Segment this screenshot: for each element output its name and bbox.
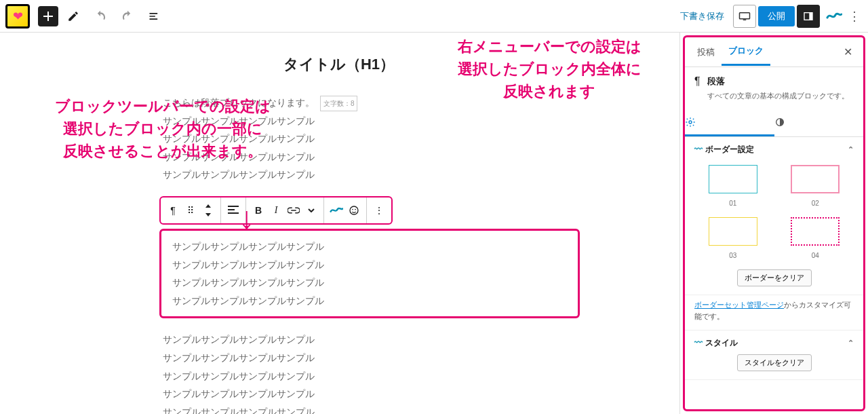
editor-canvas: タイトル（H1） こちらは段落ブロックになります。 文字数：8 サンプルサンプル… (0, 33, 678, 414)
chevron-down-icon (308, 208, 315, 212)
publish-button[interactable]: 公開 (758, 6, 795, 26)
block-desc-label: すべての文章の基本の構成ブロックです。 (707, 90, 849, 102)
block-toolbar: ¶ ⠿ B I (159, 196, 393, 225)
edit-mode-button[interactable] (61, 4, 85, 29)
tab-block[interactable]: ブロック (722, 38, 770, 66)
svg-rect-0 (740, 12, 750, 18)
sidebar-subtabs (685, 110, 863, 137)
block-name-label: 段落 (707, 76, 725, 86)
settings-sidebar-toggle[interactable] (797, 5, 820, 28)
chevron-up-icon: ⌃ (848, 145, 854, 154)
paragraph-icon[interactable]: ¶ (166, 204, 180, 217)
section-border: 〰ボーダー設定 ⌃ 01 02 03 04 ボーダーをクリア (685, 137, 863, 295)
paragraph-block[interactable]: サンプルサンプルサンプルサンプル サンプルサンプルサンプルサンプル サンプルサン… (27, 331, 651, 414)
close-sidebar-button[interactable]: ✕ (838, 43, 858, 61)
display-icon (738, 12, 751, 21)
add-block-button[interactable] (38, 6, 58, 26)
paragraph-block[interactable]: こちらは段落ブロックになります。 文字数：8 サンプルサンプルサンプルサンプル … (27, 94, 651, 184)
more-options-button[interactable]: ⋮ (846, 9, 863, 24)
svg-point-4 (352, 209, 353, 210)
theme-style-button[interactable] (330, 204, 343, 217)
block-more-options[interactable]: ⋮ (372, 204, 386, 217)
theme-plugin-icon[interactable] (824, 6, 844, 26)
border-manage-note: ボーダーセット管理ページからカスタマイズ可能です。 (685, 295, 863, 331)
char-count-badge: 文字数：8 (320, 96, 358, 111)
clear-style-button[interactable]: スタイルをクリア (737, 354, 812, 371)
align-button[interactable] (226, 204, 240, 217)
drag-handle-icon[interactable]: ⠿ (184, 204, 197, 217)
gear-icon (685, 117, 696, 128)
document-outline-button[interactable] (142, 4, 167, 29)
contrast-icon (774, 117, 785, 128)
move-icon[interactable] (201, 204, 215, 217)
wave-icon: 〰 (694, 145, 703, 154)
paragraph-icon: ¶ (694, 75, 701, 102)
kebab-icon: ⋮ (848, 10, 861, 23)
link-button[interactable] (287, 204, 300, 217)
dropdown-more-format[interactable] (304, 204, 318, 217)
redo-icon (121, 10, 134, 23)
border-option-03[interactable]: 03 (701, 217, 765, 260)
wave-icon (330, 206, 343, 215)
preview-button[interactable] (733, 5, 756, 28)
border-manage-link[interactable]: ボーダーセット管理ページ (694, 301, 784, 309)
undo-icon (94, 10, 107, 23)
smile-icon (349, 205, 359, 216)
wave-icon (826, 11, 842, 22)
svg-rect-2 (809, 12, 812, 20)
subtab-styles[interactable] (774, 110, 864, 136)
block-summary: ¶ 段落 すべての文章の基本の構成ブロックです。 (685, 67, 863, 105)
sidebar-tabs: 投稿 ブロック ✕ (685, 37, 863, 67)
section-border-toggle[interactable]: 〰ボーダー設定 ⌃ (694, 144, 854, 155)
sidebar-icon (803, 11, 814, 22)
redo-button[interactable] (115, 4, 140, 29)
save-draft-button[interactable]: 下書き保存 (673, 6, 731, 26)
plus-icon (43, 11, 54, 22)
wave-icon: 〰 (694, 338, 703, 347)
tab-post[interactable]: 投稿 (690, 39, 722, 65)
post-title[interactable]: タイトル（H1） (27, 54, 651, 75)
settings-sidebar: 投稿 ブロック ✕ ¶ 段落 すべての文章の基本の構成ブロックです。 〰ボーダー… (679, 33, 868, 414)
svg-point-6 (689, 121, 692, 124)
site-logo[interactable]: ❤ (5, 4, 30, 29)
pencil-icon (67, 10, 79, 22)
emoji-button[interactable] (347, 204, 361, 217)
border-option-01[interactable]: 01 (701, 165, 765, 208)
close-icon: ✕ (844, 46, 852, 58)
clear-border-button[interactable]: ボーダーをクリア (737, 269, 812, 286)
heart-icon: ❤ (13, 9, 23, 24)
section-style: 〰スタイル ⌃ スタイルをクリア (685, 331, 863, 380)
selected-paragraph-block[interactable]: サンプルサンプルサンプルサンプル サンプルサンプルサンプルサンプル サンプルサン… (159, 229, 580, 318)
bold-button[interactable]: B (252, 204, 265, 217)
subtab-settings[interactable] (685, 110, 774, 136)
list-icon (148, 10, 161, 23)
chevron-up-icon: ⌃ (848, 339, 854, 347)
editor-topbar: ❤ 下書き保存 公開 ⋮ (0, 0, 868, 33)
border-option-02[interactable]: 02 (784, 165, 848, 208)
svg-point-3 (350, 206, 358, 214)
section-style-toggle[interactable]: 〰スタイル ⌃ (694, 337, 854, 349)
border-option-04[interactable]: 04 (784, 217, 848, 260)
italic-button[interactable]: I (269, 204, 283, 217)
undo-button[interactable] (88, 4, 113, 29)
svg-point-5 (355, 209, 356, 210)
